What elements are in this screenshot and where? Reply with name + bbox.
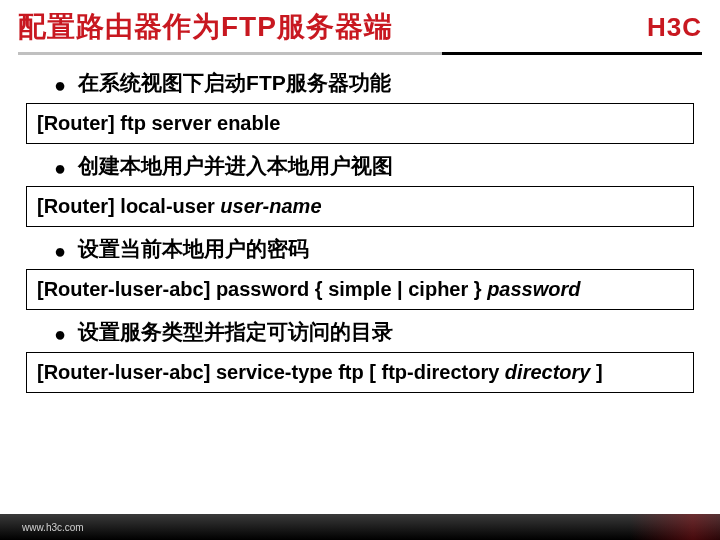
command-param: directory (505, 361, 591, 383)
command-param: password (487, 278, 580, 300)
slide-footer: www.h3c.com (0, 514, 720, 540)
bullet-text: 设置服务类型并指定可访问的目录 (78, 318, 393, 346)
command-text: [Router] local-user (37, 195, 220, 217)
command-box: [Router] local-user user-name (26, 186, 694, 227)
command-text: [Router-luser-abc] password { simple | c… (37, 278, 487, 300)
footer-accent (630, 514, 720, 540)
command-text: [Router-luser-abc] service-type ftp [ ft… (37, 361, 505, 383)
bullet-text: 设置当前本地用户的密码 (78, 235, 309, 263)
command-param: user-name (220, 195, 321, 217)
bullet-dot-icon: ● (54, 241, 66, 261)
command-text: ] (590, 361, 602, 383)
bullet-dot-icon: ● (54, 158, 66, 178)
slide-header: 配置路由器作为FTP服务器端 H3C (0, 0, 720, 46)
bullet-item: ● 设置服务类型并指定可访问的目录 (54, 318, 694, 346)
bullet-item: ● 设置当前本地用户的密码 (54, 235, 694, 263)
command-box: [Router-luser-abc] password { simple | c… (26, 269, 694, 310)
bullet-item: ● 创建本地用户并进入本地用户视图 (54, 152, 694, 180)
bullet-dot-icon: ● (54, 324, 66, 344)
command-box: [Router-luser-abc] service-type ftp [ ft… (26, 352, 694, 393)
bullet-item: ● 在系统视图下启动FTP服务器功能 (54, 69, 694, 97)
command-box: [Router] ftp server enable (26, 103, 694, 144)
slide-content: ● 在系统视图下启动FTP服务器功能 [Router] ftp server e… (0, 69, 720, 393)
bullet-dot-icon: ● (54, 75, 66, 95)
title-underline (18, 52, 702, 55)
footer-url: www.h3c.com (22, 522, 84, 533)
command-text: [Router] ftp server enable (37, 112, 280, 134)
brand-logo: H3C (647, 12, 702, 43)
slide-title: 配置路由器作为FTP服务器端 (18, 8, 393, 46)
bullet-text: 在系统视图下启动FTP服务器功能 (78, 69, 391, 97)
bullet-text: 创建本地用户并进入本地用户视图 (78, 152, 393, 180)
